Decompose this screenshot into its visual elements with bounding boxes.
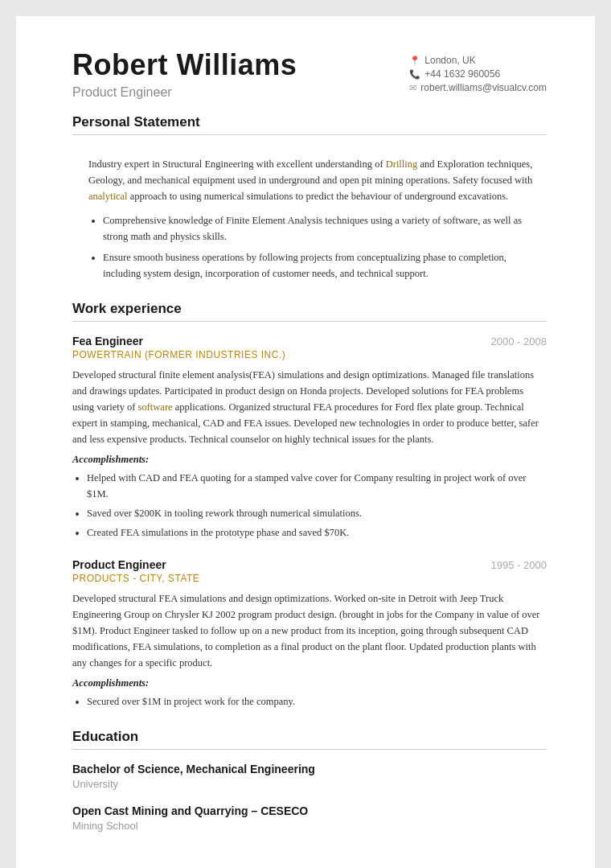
job-item-1: Fea Engineer 2000 - 2008 POWERTRAIN (FOR… [72,335,547,541]
personal-statement-intro: Industry expert in Structural Engineerin… [88,156,547,204]
accomplishments-list-1: Helped with CAD and FEA quoting for a st… [72,470,547,541]
candidate-title: Product Engineer [72,85,297,100]
location-text: London, UK [424,55,475,66]
accomplishment-2-1: Secured over $1M in project work for the… [87,693,547,710]
job-dates-1: 2000 - 2008 [491,335,547,348]
job-item-2: Product Engineer 1995 - 2000 PRODUCTS - … [72,558,547,710]
resume-document: Robert Williams Product Engineer 📍 Londo… [16,16,595,868]
job-desc-1: Developed structural finite element anal… [72,367,547,447]
ps-bullet-2: Ensure smooth business operations by fol… [103,249,547,282]
personal-statement-content: Industry expert in Structural Engineerin… [72,148,547,282]
accomplishment-1-1: Helped with CAD and FEA quoting for a st… [87,470,547,502]
personal-statement-title: Personal Statement [72,114,547,135]
edu-item-1: Bachelor of Science, Mechanical Engineer… [72,763,547,790]
contact-email: ✉ robert.williams@visualcv.com [409,82,547,93]
work-experience-section: Work experience Fea Engineer 2000 - 2008… [72,301,547,710]
contact-info: 📍 London, UK 📞 +44 1632 960056 ✉ robert.… [409,48,547,96]
education-section: Education Bachelor of Science, Mechanica… [72,729,547,832]
edu-school-2: Mining School [72,820,547,832]
phone-icon: 📞 [409,69,420,80]
accomplishments-label-2: Accomplishments: [72,677,547,689]
candidate-name: Robert Williams [72,48,297,82]
ps-intro-text: Industry expert in Structural Engineerin… [88,158,532,202]
location-icon: 📍 [409,56,420,66]
contact-phone: 📞 +44 1632 960056 [409,68,547,80]
work-experience-title: Work experience [72,301,547,322]
job-dates-2: 1995 - 2000 [491,559,547,571]
header-left: Robert Williams Product Engineer [72,48,297,100]
company-name-2: PRODUCTS - CITY, STATE [72,573,547,584]
personal-statement-list: Comprehensive knowledge of Finite Elemen… [88,212,547,282]
header: Robert Williams Product Engineer 📍 Londo… [72,48,547,100]
job-header-2: Product Engineer 1995 - 2000 [72,558,547,571]
edu-degree-2: Open Cast Mining and Quarrying – CESECO [72,804,547,817]
company-name-1: POWERTRAIN (FORMER INDUSTRIES INC.) [72,349,547,360]
job-title-2: Product Engineer [72,558,166,571]
accomplishments-label-1: Accomplishments: [72,454,547,466]
email-text: robert.williams@visualcv.com [420,82,547,93]
personal-statement-section: Personal Statement Industry expert in St… [72,114,547,282]
edu-item-2: Open Cast Mining and Quarrying – CESECO … [72,804,547,832]
edu-school-1: University [72,778,547,790]
ps-bullet-1: Comprehensive knowledge of Finite Elemen… [103,212,547,245]
accomplishment-1-3: Created FEA simulations in the prototype… [87,525,547,541]
job-header-1: Fea Engineer 2000 - 2008 [72,335,547,348]
phone-text: +44 1632 960056 [424,68,500,80]
edu-degree-1: Bachelor of Science, Mechanical Engineer… [72,763,547,775]
job-desc-2: Developed structural FEA simulations and… [72,590,547,671]
accomplishment-1-2: Saved over $200K in tooling rework throu… [87,505,547,521]
accomplishments-list-2: Secured over $1M in project work for the… [72,693,547,710]
contact-location: 📍 London, UK [409,55,547,66]
email-icon: ✉ [409,83,416,93]
job-title-1: Fea Engineer [72,335,143,348]
education-title: Education [72,729,547,750]
